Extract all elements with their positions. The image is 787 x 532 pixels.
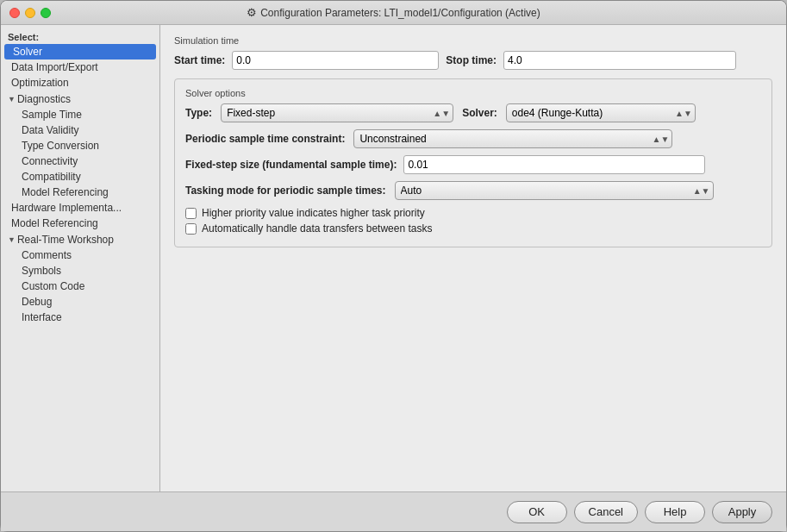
checkbox1-row: Higher priority value indicates higher t… <box>185 207 761 219</box>
checkbox2-input[interactable] <box>185 223 197 235</box>
tasking-label: Tasking mode for periodic sample times: <box>185 185 386 197</box>
sidebar-item-symbols[interactable]: Symbols <box>1 263 159 279</box>
minimize-button[interactable] <box>25 8 35 18</box>
fixed-step-label: Fixed-step size (fundamental sample time… <box>185 159 397 171</box>
sidebar-item-solver[interactable]: Solver <box>4 44 156 59</box>
periodic-select[interactable]: Unconstrained Ensure sample time indepen… <box>353 129 672 148</box>
sidebar-group-rtw[interactable]: ▼ Real-Time Workshop <box>1 231 159 247</box>
periodic-row: Periodic sample time constraint: Unconst… <box>185 129 761 148</box>
triangle-icon: ▼ <box>8 95 16 103</box>
traffic-lights <box>9 8 51 18</box>
bottom-bar: OK Cancel Help Apply <box>1 491 786 531</box>
close-button[interactable] <box>9 8 20 18</box>
start-time-label: Start time: <box>174 54 225 66</box>
sidebar-item-data-import-export[interactable]: Data Import/Export <box>1 59 159 75</box>
sidebar-item-connectivity[interactable]: Connectivity <box>1 153 159 169</box>
apply-button[interactable]: Apply <box>712 501 772 523</box>
solver-select[interactable]: ode4 (Runge-Kutta) ode1 ode2 ode3 ode5 <box>506 103 696 122</box>
cancel-button[interactable]: Cancel <box>574 501 638 523</box>
tasking-row: Tasking mode for periodic sample times: … <box>185 181 761 200</box>
window-icon: ⚙ <box>247 6 257 19</box>
rtw-triangle-icon: ▼ <box>8 235 16 244</box>
type-label: Type: <box>185 107 212 119</box>
sidebar-select-label: Select: <box>1 28 159 44</box>
solver-options-label: Solver options <box>185 88 761 98</box>
titlebar: ⚙ Configuration Parameters: LTI_model1/C… <box>1 1 786 25</box>
checkbox1-label: Higher priority value indicates higher t… <box>202 207 425 219</box>
help-button[interactable]: Help <box>645 501 705 523</box>
type-solver-row: Type: Fixed-step Variable-step ▲▼ Solver… <box>185 103 761 122</box>
sim-time-row: Start time: Stop time: <box>174 51 772 70</box>
right-panel: Simulation time Start time: Stop time: S… <box>160 25 786 491</box>
sidebar-group-rtw-label: Real-Time Workshop <box>17 234 114 246</box>
simulation-time-label: Simulation time <box>174 35 772 46</box>
start-time-input[interactable] <box>232 51 439 70</box>
ok-button[interactable]: OK <box>507 501 567 523</box>
sidebar-item-debug[interactable]: Debug <box>1 294 159 310</box>
fixed-step-input[interactable] <box>403 155 705 174</box>
solver-select-wrapper: ode4 (Runge-Kutta) ode1 ode2 ode3 ode5 ▲… <box>506 103 696 122</box>
checkbox1-input[interactable] <box>185 208 197 219</box>
sidebar: Select: Solver Data Import/Export Optimi… <box>1 25 160 491</box>
stop-time-label: Stop time: <box>446 54 497 66</box>
sidebar-item-optimization[interactable]: Optimization <box>1 75 159 91</box>
simulation-time-section: Simulation time Start time: Stop time: <box>174 35 772 70</box>
sidebar-item-hardware-impl[interactable]: Hardware Implementa... <box>1 200 159 216</box>
sidebar-item-sample-time[interactable]: Sample Time <box>1 107 159 122</box>
type-select[interactable]: Fixed-step Variable-step <box>221 103 453 122</box>
checkbox2-row: Automatically handle data transfers betw… <box>185 222 761 235</box>
sidebar-group-diagnostics-label: Diagnostics <box>17 93 71 105</box>
sidebar-item-interface[interactable]: Interface <box>1 310 159 325</box>
periodic-select-wrapper: Unconstrained Ensure sample time indepen… <box>353 129 672 148</box>
type-select-wrapper: Fixed-step Variable-step ▲▼ <box>221 103 453 122</box>
tasking-select[interactable]: Auto SingleTasking MultiTasking <box>395 181 714 200</box>
main-content: Select: Solver Data Import/Export Optimi… <box>1 25 786 491</box>
window-title: ⚙ Configuration Parameters: LTI_model1/C… <box>247 6 540 19</box>
sidebar-item-model-referencing-diag[interactable]: Model Referencing <box>1 185 159 200</box>
sidebar-item-type-conversion[interactable]: Type Conversion <box>1 138 159 153</box>
sidebar-group-diagnostics[interactable]: ▼ Diagnostics <box>1 91 159 107</box>
maximize-button[interactable] <box>41 8 51 18</box>
sidebar-item-model-referencing[interactable]: Model Referencing <box>1 216 159 231</box>
sidebar-item-compatibility[interactable]: Compatibility <box>1 169 159 185</box>
main-window: ⚙ Configuration Parameters: LTI_model1/C… <box>0 0 787 532</box>
sidebar-item-custom-code[interactable]: Custom Code <box>1 279 159 294</box>
periodic-label: Periodic sample time constraint: <box>185 133 345 145</box>
sidebar-item-data-validity[interactable]: Data Validity <box>1 122 159 138</box>
solver-options-section: Solver options Type: Fixed-step Variable… <box>174 78 772 247</box>
tasking-select-wrapper: Auto SingleTasking MultiTasking ▲▼ <box>395 181 714 200</box>
stop-time-input[interactable] <box>503 51 736 70</box>
sidebar-item-comments[interactable]: Comments <box>1 247 159 263</box>
checkbox2-label: Automatically handle data transfers betw… <box>202 222 432 235</box>
fixed-step-row: Fixed-step size (fundamental sample time… <box>185 155 761 174</box>
solver-label: Solver: <box>462 107 497 119</box>
